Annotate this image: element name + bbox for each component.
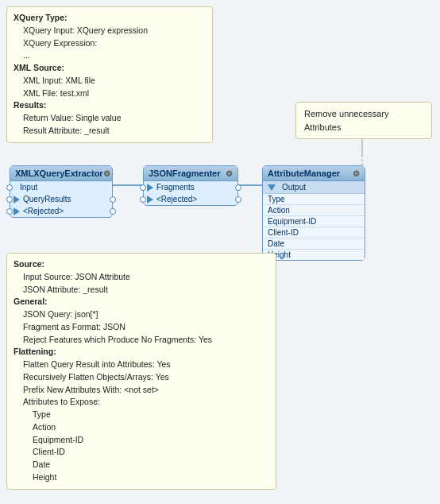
remove-attributes-text: Remove unnecessary Attributes bbox=[304, 109, 388, 132]
json-info-expose-type: Type bbox=[14, 409, 269, 421]
xquery-gear-icon[interactable]: ⚙ bbox=[103, 169, 110, 178]
xquery-queryresults-left-dot bbox=[6, 196, 13, 203]
attr-row-date: Date bbox=[263, 238, 365, 250]
json-info-reject: Reject Features which Produce No Fragmen… bbox=[14, 334, 269, 347]
xquery-rejected-triangle bbox=[14, 207, 20, 215]
canvas: XQuery Type: XQuery Input: XQuery expres… bbox=[0, 0, 440, 504]
xquery-info-line-8: Results: bbox=[14, 99, 206, 112]
xquery-input-left-dot bbox=[6, 184, 13, 191]
json-fragments-triangle bbox=[147, 184, 153, 192]
json-info-fragment-format: Fragment as Format: JSON bbox=[14, 321, 269, 334]
xquery-info-line-10: Result Attribute: _result bbox=[14, 125, 206, 138]
json-info-expose-action: Action bbox=[14, 421, 269, 434]
attr-output-text: Output bbox=[282, 183, 306, 192]
attr-output-triangle bbox=[268, 184, 276, 191]
json-rejected-right-dot bbox=[235, 196, 241, 203]
attr-node-title: AttributeManager bbox=[268, 169, 340, 178]
json-node[interactable]: JSONFragmenter ⚙ Fragments <Rejected> bbox=[143, 165, 238, 206]
json-info-query: JSON Query: json[*] bbox=[14, 308, 269, 321]
xquery-info-line-9: Return Value: Single value bbox=[14, 112, 206, 125]
xquery-info-line-4: ... bbox=[14, 49, 206, 62]
json-info-general: General: bbox=[14, 296, 269, 308]
json-info-expose-height: Height bbox=[14, 471, 269, 484]
json-rejected-triangle bbox=[147, 196, 153, 204]
attr-node[interactable]: AttributeManager ⚙ Output Type Action Eq… bbox=[262, 165, 365, 261]
json-info-input-source: Input Source: JSON Attribute bbox=[14, 271, 269, 284]
json-gear-icon[interactable]: ⚙ bbox=[226, 169, 233, 178]
attr-row-equipment-id: Equipment-ID bbox=[263, 216, 365, 227]
json-port-fragments: Fragments bbox=[144, 181, 237, 193]
xquery-info-line-6: XML Input: XML file bbox=[14, 75, 206, 87]
json-rejected-label: <Rejected> bbox=[156, 195, 197, 204]
attr-row-height: Height bbox=[263, 250, 365, 260]
json-port-rejected: <Rejected> bbox=[144, 193, 237, 205]
xquery-info-line-7: XML File: test.xml bbox=[14, 87, 206, 100]
json-fragments-left-dot bbox=[140, 184, 146, 191]
xquery-info-line-5: XML Source: bbox=[14, 62, 206, 75]
attr-row-type: Type bbox=[263, 194, 365, 205]
xquery-node[interactable]: XMLXQueryExtractor ⚙ Input QueryResults … bbox=[10, 165, 113, 218]
json-info-source: Source: bbox=[14, 258, 269, 271]
xquery-node-header: XMLXQueryExtractor ⚙ bbox=[10, 166, 112, 181]
xquery-info-line-1: XQuery Type: bbox=[14, 12, 206, 25]
xquery-queryresults-triangle bbox=[14, 196, 20, 204]
xquery-info-box: XQuery Type: XQuery Input: XQuery expres… bbox=[6, 6, 213, 143]
json-info-box: Source: Input Source: JSON Attribute JSO… bbox=[6, 253, 276, 490]
json-info-expose-date: Date bbox=[14, 459, 269, 471]
xquery-rejected-left-dot bbox=[6, 208, 13, 215]
json-info-prefix: Prefix New Attributes With: <not set> bbox=[14, 384, 269, 397]
xquery-queryresults-right-dot bbox=[110, 196, 116, 203]
xquery-input-label: Input bbox=[20, 183, 37, 192]
xquery-node-title: XMLXQueryExtractor bbox=[15, 169, 103, 178]
xquery-info-line-2: XQuery Input: XQuery expression bbox=[14, 25, 206, 37]
xquery-rejected-label: <Rejected> bbox=[23, 207, 64, 215]
xquery-port-input: Input bbox=[10, 181, 112, 193]
xquery-queryresults-label: QueryResults bbox=[23, 195, 71, 204]
attr-output-label: Output bbox=[263, 181, 365, 194]
json-info-expose-client: Client-ID bbox=[14, 446, 269, 459]
xquery-port-queryresults: QueryResults bbox=[10, 193, 112, 205]
json-info-expose-equipment: Equipment-ID bbox=[14, 434, 269, 447]
json-fragments-label: Fragments bbox=[156, 183, 195, 192]
json-info-flattening: Flattening: bbox=[14, 346, 269, 359]
json-node-title: JSONFragmenter bbox=[149, 169, 220, 178]
remove-attributes-tooltip: Remove unnecessary Attributes bbox=[295, 102, 432, 139]
attr-row-client-id: Client-ID bbox=[263, 227, 365, 238]
json-fragments-right-dot bbox=[235, 184, 241, 191]
attr-row-action: Action bbox=[263, 205, 365, 216]
xquery-info-line-3: XQuery Expression: bbox=[14, 37, 206, 50]
json-info-flatten-query: Flatten Query Result into Attributes: Ye… bbox=[14, 359, 269, 371]
attr-node-header: AttributeManager ⚙ bbox=[263, 166, 365, 181]
json-node-header: JSONFragmenter ⚙ bbox=[144, 166, 237, 181]
json-info-json-attr: JSON Attribute: _result bbox=[14, 284, 269, 297]
json-info-expose-label: Attributes to Expose: bbox=[14, 396, 269, 409]
xquery-port-rejected: <Rejected> bbox=[10, 205, 112, 217]
json-info-recursive-flatten: Recursively Flatten Objects/Arrays: Yes bbox=[14, 371, 269, 384]
attr-gear-icon[interactable]: ⚙ bbox=[353, 169, 360, 178]
xquery-rejected-right-dot bbox=[110, 208, 116, 215]
json-rejected-left-dot bbox=[140, 196, 146, 203]
